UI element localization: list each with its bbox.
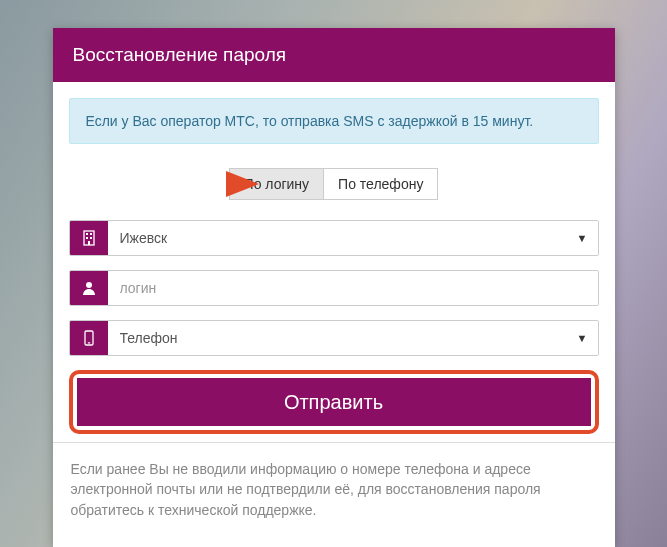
svg-rect-5	[88, 241, 90, 245]
tab-row: По логину По телефону	[69, 166, 599, 202]
tab-by-phone[interactable]: По телефону	[323, 168, 438, 200]
phone-select[interactable]: Телефон	[108, 321, 598, 355]
user-icon	[70, 271, 108, 305]
info-text: Если у Вас оператор МТС, то отправка SMS…	[86, 113, 534, 129]
phone-icon	[70, 321, 108, 355]
city-field-row: Ижевск ▼	[69, 220, 599, 256]
tab-by-phone-label: По телефону	[338, 176, 423, 192]
panel-footer: Если ранее Вы не вводили информацию о но…	[53, 442, 615, 540]
submit-label: Отправить	[284, 391, 383, 413]
svg-rect-8	[87, 342, 89, 343]
svg-point-6	[86, 282, 92, 288]
login-input-wrap	[108, 271, 598, 305]
panel-header: Восстановление пароля	[53, 28, 615, 82]
info-alert: Если у Вас оператор МТС, то отправка SMS…	[69, 98, 599, 144]
footer-text: Если ранее Вы не вводили информацию о но…	[71, 461, 541, 518]
arrow-icon	[111, 168, 261, 204]
svg-rect-4	[90, 237, 92, 239]
password-recovery-panel: Восстановление пароля Если у Вас операто…	[53, 28, 615, 547]
panel-body: Если у Вас оператор МТС, то отправка SMS…	[53, 82, 615, 442]
building-icon	[70, 221, 108, 255]
city-select[interactable]: Ижевск	[108, 221, 598, 255]
panel-title: Восстановление пароля	[73, 44, 287, 65]
city-select-wrap: Ижевск ▼	[108, 221, 598, 255]
svg-rect-3	[86, 237, 88, 239]
submit-highlight: Отправить	[69, 370, 599, 434]
login-field-row	[69, 270, 599, 306]
login-input[interactable]	[108, 271, 598, 305]
phone-select-wrap: Телефон ▼	[108, 321, 598, 355]
phone-field-row: Телефон ▼	[69, 320, 599, 356]
svg-rect-1	[86, 233, 88, 235]
svg-rect-2	[90, 233, 92, 235]
submit-button[interactable]: Отправить	[77, 378, 591, 426]
